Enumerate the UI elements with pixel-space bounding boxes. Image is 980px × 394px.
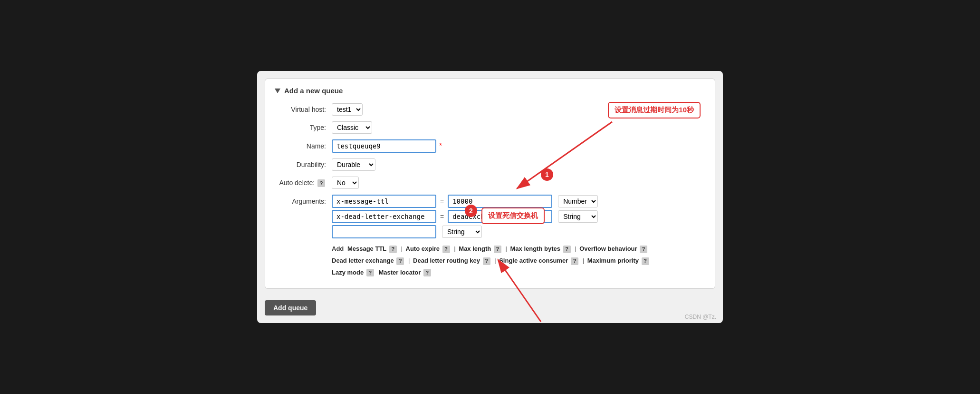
type-row: Type: Classic Quorum: [275, 121, 705, 134]
panel-title: Add a new queue: [284, 87, 343, 95]
argument-row-1: = Number String: [332, 195, 705, 208]
add-queue-button[interactable]: Add queue: [265, 300, 316, 315]
auto-delete-row: Auto delete: ? No Yes: [275, 177, 705, 189]
name-input[interactable]: [332, 139, 436, 153]
virtual-host-select[interactable]: test1 / test2: [332, 103, 363, 116]
shortcut-message-ttl[interactable]: Message TTL: [347, 245, 386, 252]
arguments-content: = Number String = String Number: [332, 195, 705, 278]
shortcuts-section: Add Message TTL ? | Auto expire ? | Max …: [332, 243, 705, 278]
shortcut-overflow-behaviour[interactable]: Overflow behaviour: [579, 245, 637, 252]
durability-select[interactable]: Durable Transient: [332, 158, 375, 171]
single-active-consumer-help[interactable]: ?: [571, 257, 578, 265]
arg-type-select-1[interactable]: Number String: [558, 195, 598, 207]
auto-delete-help-icon[interactable]: ?: [317, 179, 325, 187]
shortcut-maximum-priority[interactable]: Maximum priority: [587, 257, 639, 264]
master-locator-help[interactable]: ?: [423, 269, 431, 276]
collapse-icon[interactable]: [275, 89, 280, 93]
durability-row: Durability: Durable Transient: [275, 158, 705, 171]
type-select[interactable]: Classic Quorum: [332, 121, 372, 134]
arg-key-3[interactable]: [332, 225, 436, 238]
type-label: Type:: [275, 124, 332, 131]
dead-letter-exchange-help[interactable]: ?: [396, 257, 404, 265]
add-queue-panel: Add a new queue Virtual host: test1 / te…: [265, 79, 715, 288]
dead-letter-routing-key-help[interactable]: ?: [483, 257, 490, 265]
arg-key-1[interactable]: [332, 195, 436, 208]
shortcut-max-length-bytes[interactable]: Max length bytes: [510, 245, 560, 252]
name-row: Name: *: [275, 139, 705, 153]
arg-equals-2: =: [438, 213, 446, 220]
auto-delete-select[interactable]: No Yes: [332, 177, 359, 189]
panel-header: Add a new queue: [275, 87, 705, 95]
argument-row-2: = String Number: [332, 210, 705, 223]
add-shortcuts-label: Add: [332, 245, 344, 252]
durability-label: Durability:: [275, 161, 332, 168]
required-indicator: *: [439, 142, 442, 150]
max-length-help[interactable]: ?: [494, 246, 501, 253]
shortcut-max-length[interactable]: Max length: [459, 245, 491, 252]
arg-value-1[interactable]: [448, 195, 552, 208]
lazy-mode-help[interactable]: ?: [366, 269, 374, 276]
arg-type-select-2[interactable]: String Number: [558, 210, 598, 223]
virtual-host-row: Virtual host: test1 / test2: [275, 103, 705, 116]
shortcut-single-active-consumer[interactable]: Single active consumer: [499, 257, 568, 264]
arguments-section: Arguments: = Number String =: [275, 195, 705, 278]
name-label: Name:: [275, 142, 332, 150]
auto-delete-label: Auto delete: ?: [275, 179, 332, 187]
message-ttl-help[interactable]: ?: [389, 246, 397, 253]
arguments-label: Arguments:: [275, 195, 332, 205]
maximum-priority-help[interactable]: ?: [642, 257, 649, 265]
max-length-bytes-help[interactable]: ?: [563, 246, 571, 253]
watermark: CSDN @Tz.: [685, 314, 716, 320]
auto-expire-help[interactable]: ?: [442, 246, 450, 253]
shortcut-dead-letter-routing-key[interactable]: Dead letter routing key: [413, 257, 480, 264]
argument-row-3: String Number: [332, 225, 705, 238]
arg-type-select-3[interactable]: String Number: [442, 226, 482, 238]
arg-key-2[interactable]: [332, 210, 436, 223]
shortcut-master-locator[interactable]: Master locator: [378, 269, 421, 276]
arg-value-2[interactable]: [448, 210, 552, 223]
shortcut-dead-letter-exchange[interactable]: Dead letter exchange: [332, 257, 394, 264]
overflow-help[interactable]: ?: [640, 246, 647, 253]
virtual-host-label: Virtual host:: [275, 106, 332, 113]
shortcut-auto-expire[interactable]: Auto expire: [406, 245, 440, 252]
arg-equals-1: =: [438, 197, 446, 205]
shortcut-lazy-mode[interactable]: Lazy mode: [332, 269, 364, 276]
